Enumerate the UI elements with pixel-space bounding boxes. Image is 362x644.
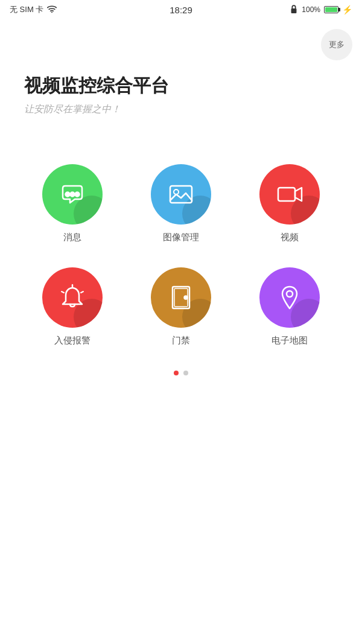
status-right: 100% ⚡	[290, 4, 352, 16]
svg-point-2	[66, 193, 70, 197]
page-dots	[0, 371, 362, 375]
image-icon	[167, 180, 195, 209]
more-button[interactable]: 更多	[321, 29, 352, 60]
svg-rect-1	[291, 8, 297, 13]
grid-item-door[interactable]: 门禁	[145, 267, 217, 346]
svg-line-9	[62, 292, 64, 293]
app-title: 视频监控综合平台	[24, 74, 338, 98]
battery-icon	[324, 6, 338, 13]
svg-point-0	[51, 11, 52, 13]
video-icon-circle	[259, 164, 320, 225]
door-icon	[167, 283, 195, 312]
svg-point-13	[185, 296, 188, 299]
grid-item-video[interactable]: 视频	[253, 164, 326, 243]
grid-item-map[interactable]: 电子地图	[253, 267, 326, 346]
svg-rect-7	[278, 188, 295, 201]
svg-point-4	[75, 193, 80, 197]
lock-icon	[290, 4, 298, 16]
map-icon	[275, 283, 304, 312]
wifi-icon	[47, 5, 57, 15]
header-section: 视频监控综合平台 让安防尽在掌握之中！	[0, 19, 362, 128]
message-label: 消息	[63, 232, 81, 243]
svg-line-10	[81, 292, 83, 293]
charging-icon: ⚡	[342, 5, 352, 14]
grid-item-image[interactable]: 图像管理	[145, 164, 217, 243]
video-label: 视频	[281, 232, 299, 243]
map-icon-circle	[259, 267, 320, 328]
svg-rect-5	[170, 186, 192, 203]
svg-point-14	[287, 291, 293, 297]
alarm-icon-circle	[42, 267, 103, 328]
image-icon-circle	[151, 164, 211, 225]
map-label: 电子地图	[272, 335, 308, 346]
status-left: 无 SIM 卡	[10, 4, 57, 15]
message-icon	[58, 180, 87, 209]
svg-point-3	[71, 193, 75, 197]
app-subtitle: 让安防尽在掌握之中！	[24, 103, 338, 116]
image-label: 图像管理	[163, 232, 199, 243]
grid-row-1: 消息 图像管理 视频	[18, 164, 344, 243]
sim-status: 无 SIM 卡	[10, 4, 43, 15]
dot-1[interactable]	[174, 371, 179, 375]
grid-item-message[interactable]: 消息	[36, 164, 109, 243]
video-icon	[275, 180, 304, 209]
alarm-label: 入侵报警	[54, 335, 91, 346]
grid-row-2: 入侵报警 门禁 电子地图	[18, 267, 344, 346]
grid-item-alarm[interactable]: 入侵报警	[36, 267, 109, 346]
door-icon-circle	[151, 267, 211, 328]
alarm-icon	[58, 283, 87, 312]
message-icon-circle	[42, 164, 103, 225]
status-bar: 无 SIM 卡 18:29 100% ⚡	[0, 0, 362, 19]
grid-section: 消息 图像管理 视频	[0, 128, 362, 346]
door-label: 门禁	[172, 335, 190, 346]
dot-2[interactable]	[183, 371, 188, 375]
status-time: 18:29	[170, 5, 192, 15]
battery-percent: 100%	[302, 5, 320, 14]
